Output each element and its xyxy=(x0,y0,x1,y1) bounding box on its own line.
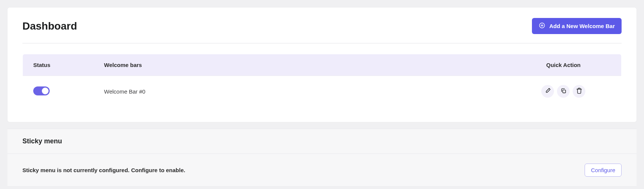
pencil-icon xyxy=(545,88,551,95)
add-welcome-bar-button[interactable]: Add a New Welcome Bar xyxy=(532,18,622,34)
row-actions xyxy=(541,85,585,98)
col-header-status: Status xyxy=(23,54,94,76)
sticky-header: Sticky menu xyxy=(7,129,637,154)
sticky-title: Sticky menu xyxy=(22,137,622,145)
welcome-bars-table-wrap: Status Welcome bars Quick Action Welcome… xyxy=(22,43,622,122)
col-header-action: Quick Action xyxy=(506,54,622,76)
page-title: Dashboard xyxy=(22,20,77,32)
row-name: Welcome Bar #0 xyxy=(94,76,506,107)
welcome-bars-table: Status Welcome bars Quick Action Welcome… xyxy=(22,54,622,107)
duplicate-button[interactable] xyxy=(557,85,570,98)
delete-button[interactable] xyxy=(573,85,585,98)
dashboard-card: Dashboard Add a New Welcome Bar Status W… xyxy=(7,7,637,122)
add-button-label: Add a New Welcome Bar xyxy=(549,23,615,29)
card-header: Dashboard Add a New Welcome Bar xyxy=(22,18,622,43)
trash-icon xyxy=(576,88,582,95)
edit-button[interactable] xyxy=(541,85,554,98)
plus-circle-icon xyxy=(539,22,545,30)
status-toggle[interactable] xyxy=(33,86,50,95)
copy-icon xyxy=(560,88,567,95)
table-row: Welcome Bar #0 xyxy=(23,76,622,107)
col-header-name: Welcome bars xyxy=(94,54,506,76)
svg-rect-3 xyxy=(563,90,566,93)
sticky-message: Sticky menu is not currently configured.… xyxy=(22,167,185,173)
sticky-body: Sticky menu is not currently configured.… xyxy=(7,154,637,186)
sticky-menu-section: Sticky menu Sticky menu is not currently… xyxy=(7,129,637,187)
configure-button[interactable]: Configure xyxy=(585,164,622,177)
